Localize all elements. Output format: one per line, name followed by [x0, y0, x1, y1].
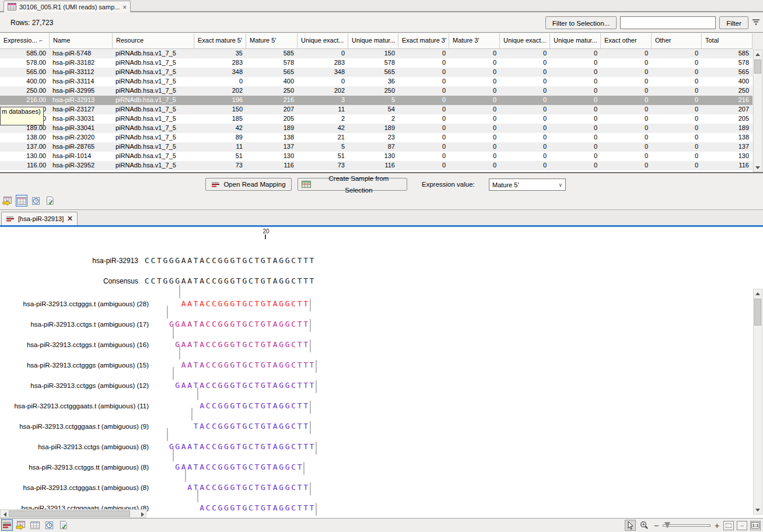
read-start-marker: [197, 489, 198, 502]
table-cell: 0: [449, 49, 500, 58]
scroll-down-icon[interactable]: [754, 163, 762, 172]
read-label[interactable]: hsa-piR-32913.cctgggs.t (ambiguous) (28): [0, 300, 149, 308]
zoom-in-button[interactable]: +: [713, 521, 720, 530]
element-info-icon[interactable]: [44, 195, 55, 206]
table-row[interactable]: 207.00hsa-piR-23127piRNAdb.hsa.v1_7_5150…: [0, 105, 752, 114]
read-sequence[interactable]: GAATACCGGGTGCTGTAGGCTT: [175, 341, 309, 349]
column-header[interactable]: Total: [702, 33, 752, 48]
create-sample-button[interactable]: Create Sample from Selection: [298, 178, 407, 191]
reference-sequence[interactable]: CCTGGGAATACCGGGTGCTGTAGGCTTT: [145, 257, 316, 265]
scrollbar-thumb[interactable]: [754, 60, 761, 74]
consensus-sequence[interactable]: CCTGGGAATACCGGGTGCTGTAGGCTTT: [145, 277, 316, 285]
scroll-left-icon[interactable]: [1, 510, 9, 518]
read-sequence[interactable]: GAATACCGGGTGCTGTAGGCT: [175, 463, 303, 471]
table-row[interactable]: 116.00hsa-piR-32952piRNAdb.hsa.v1_7_5731…: [0, 161, 752, 170]
read-label[interactable]: hsa-piR-32913.cctgggaats.t (ambiguous) (…: [0, 402, 149, 410]
table-row[interactable]: 138.00hsa-piR-23020piRNAdb.hsa.v1_7_5891…: [0, 133, 752, 142]
zoom-tool-icon[interactable]: [639, 520, 650, 531]
read-label[interactable]: hsa-piR-32913.cctgggas.t (ambiguous) (8): [0, 484, 149, 492]
read-sequence[interactable]: GGAATACCGGGTGCTGTAGGCTT: [169, 320, 310, 328]
create-sample-label: Create Sample from Selection: [314, 173, 403, 196]
column-header[interactable]: Unique matur...: [550, 33, 601, 48]
read-label[interactable]: hsa-piR-32913.cctgs (ambiguous) (8): [0, 443, 149, 451]
zoom-slider-thumb[interactable]: [664, 522, 670, 528]
table-row[interactable]: 565.00hsa-piR-33112piRNAdb.hsa.v1_7_5348…: [0, 68, 752, 77]
fit-width-button[interactable]: ↔: [737, 521, 747, 530]
read-end-marker: [316, 360, 317, 373]
column-header[interactable]: Exact mature 5': [194, 33, 246, 48]
zoom-to-selection-button[interactable]: [723, 521, 734, 530]
scroll-down-icon[interactable]: [754, 506, 762, 514]
read-sequence[interactable]: ACCGGGTGCTGTAGGCTTT: [200, 504, 316, 512]
zoom-100-button[interactable]: 1:1: [750, 521, 761, 530]
read-label[interactable]: hsa-piR-32913.cctgggaas.t (ambiguous) (9…: [0, 422, 149, 430]
column-header[interactable]: Mature 5': [246, 33, 298, 48]
tab-close-icon[interactable]: ×: [67, 214, 72, 224]
table-row[interactable]: 216.00hsa-piR-32913piRNAdb.hsa.v1_7_5196…: [0, 96, 752, 105]
read-label[interactable]: hsa-piR-32913.cctggs.tt (ambiguous) (8): [0, 463, 149, 471]
table-view-icon[interactable]: [29, 519, 41, 531]
read-sequence[interactable]: AATACCGGGTGCTGTAGGCTT: [181, 300, 310, 308]
tab-read-mapping[interactable]: [hsa-piR-32913] ×: [1, 212, 78, 225]
table-cell: 0: [550, 105, 601, 114]
filter-button[interactable]: Filter: [719, 16, 748, 29]
table-row[interactable]: 250.00hsa-piR-32995piRNAdb.hsa.v1_7_5202…: [0, 86, 752, 96]
table-row[interactable]: 189.00hsa-piR-33041piRNAdb.hsa.v1_7_5421…: [0, 124, 752, 133]
column-header[interactable]: Unique exact...: [500, 33, 550, 48]
labels-horizontal-scrollbar[interactable]: [0, 509, 146, 518]
read-label[interactable]: hsa-piR-32913.cctggs.t (ambiguous) (16): [0, 341, 149, 349]
selection-cursor-tool[interactable]: [625, 520, 636, 531]
read-sequence[interactable]: ATACCGGGTGCTGTAGGCTT: [187, 484, 309, 492]
table-vertical-scrollbar[interactable]: [753, 50, 762, 172]
filter-options-icon[interactable]: [751, 18, 761, 26]
tab-close-icon[interactable]: ×: [123, 4, 126, 10]
read-sequence[interactable]: AATACCGGGTGCTGTAGGCTTT: [181, 361, 316, 369]
mapping-vertical-scrollbar[interactable]: [753, 289, 762, 514]
open-read-mapping-button[interactable]: Open Read Mapping: [205, 178, 292, 191]
read-label[interactable]: hsa-piR-32913.cctgs.t (ambiguous) (17): [0, 320, 149, 328]
scroll-right-icon[interactable]: [138, 510, 146, 518]
scrollbar-thumb[interactable]: [9, 510, 130, 517]
filter-input[interactable]: [620, 16, 716, 29]
table-view-icon[interactable]: [16, 195, 27, 206]
table-row[interactable]: 130.00hsa-piR-1014piRNAdb.hsa.v1_7_55113…: [0, 152, 752, 161]
scrollbar-thumb[interactable]: [754, 299, 761, 326]
expression-value-dropdown[interactable]: Mature 5' ∨: [489, 178, 566, 191]
read-sequence[interactable]: GGAATACCGGGTGCTGTAGGCTTT: [169, 443, 316, 451]
read-sequence[interactable]: GAATACCGGGTGCTGTAGGCTTT: [175, 382, 316, 390]
open-in-new-table-icon[interactable]: [15, 519, 27, 531]
column-header[interactable]: Resource: [113, 33, 194, 48]
history-icon[interactable]: [30, 195, 41, 206]
column-header[interactable]: Exact other: [601, 33, 652, 48]
read-label[interactable]: hsa-piR-32913.cctgggs (ambiguous) (15): [0, 361, 149, 369]
open-in-new-table-icon[interactable]: [2, 195, 13, 206]
sample-table-icon: [302, 181, 311, 188]
column-header[interactable]: Unique exact...: [298, 33, 348, 48]
table-cell: 0: [449, 133, 500, 142]
scroll-up-icon[interactable]: [754, 50, 762, 58]
column-header[interactable]: Other: [652, 33, 702, 48]
column-header[interactable]: Expressio...⌐: [0, 33, 50, 48]
column-header[interactable]: Mature 3': [449, 33, 500, 48]
read-mapping-view-icon[interactable]: [1, 519, 13, 531]
table-row[interactable]: 400.00hsa-piR-33114piRNAdb.hsa.v1_7_5040…: [0, 77, 752, 86]
filter-to-selection-button[interactable]: Filter to Selection...: [545, 16, 617, 29]
read-label[interactable]: hsa-piR-32913.cctggs (ambiguous) (12): [0, 382, 149, 390]
zoom-slider[interactable]: [663, 524, 710, 527]
zoom-out-button[interactable]: −: [653, 521, 660, 530]
column-header[interactable]: Unique matur...: [348, 33, 398, 48]
scroll-up-icon[interactable]: [754, 289, 762, 298]
column-header[interactable]: Exact mature 3': [398, 33, 449, 48]
table-row[interactable]: 137.00hsa-piR-28765piRNAdb.hsa.v1_7_5111…: [0, 142, 752, 152]
read-sequence[interactable]: ACCGGGTGCTGTAGGCTT: [200, 402, 309, 410]
column-header[interactable]: Name: [50, 33, 113, 48]
reference-name[interactable]: hsa-piR-32913: [0, 257, 138, 265]
read-sequence[interactable]: TACCGGGTGCTGTAGGCTT: [194, 422, 310, 430]
consensus-name[interactable]: Consensus: [0, 277, 138, 285]
element-info-icon[interactable]: [57, 519, 69, 531]
tab-umi-reads-sample[interactable]: 30106_005.R1 (UMI reads) samp... ×: [4, 1, 131, 12]
table-row[interactable]: 585.00hsa-piR-5748piRNAdb.hsa.v1_7_53558…: [0, 49, 752, 58]
history-icon[interactable]: [43, 519, 55, 531]
table-row[interactable]: 205.00hsa-piR-33031piRNAdb.hsa.v1_7_5185…: [0, 114, 752, 124]
table-row[interactable]: 578.00hsa-piR-33182piRNAdb.hsa.v1_7_5283…: [0, 58, 752, 68]
